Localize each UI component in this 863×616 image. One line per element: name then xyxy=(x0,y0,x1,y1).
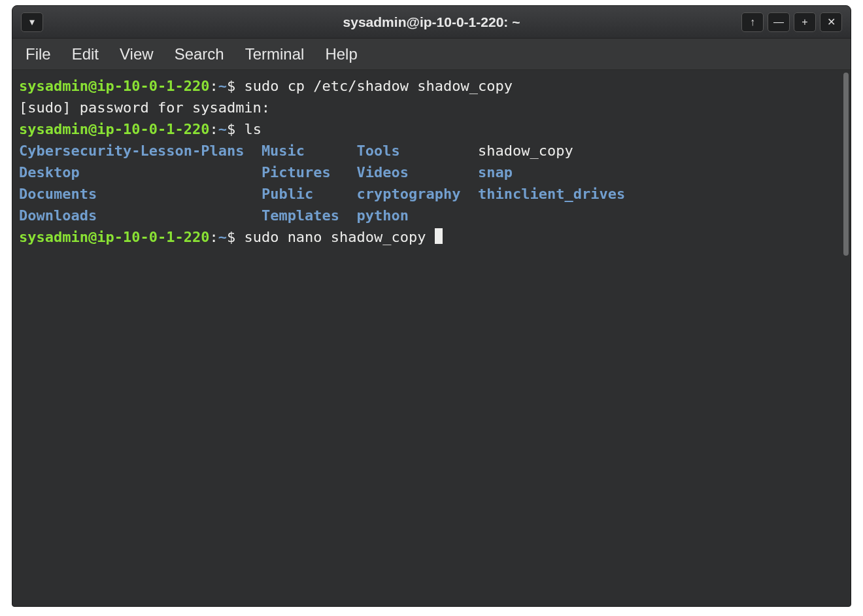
ls-entry: Music xyxy=(262,143,305,159)
titlebar-right-controls: ↑ — + ✕ xyxy=(739,12,844,32)
text-cursor xyxy=(435,228,443,244)
close-icon: ✕ xyxy=(827,16,836,28)
window-title: sysadmin@ip-10-0-1-220: ~ xyxy=(12,14,851,30)
maximize-button[interactable]: + xyxy=(794,12,816,32)
command-text: sudo cp /etc/shadow shadow_copy xyxy=(235,78,513,94)
ls-entry: python xyxy=(357,207,409,224)
ls-entry: Public xyxy=(262,186,313,202)
ls-entry: snap xyxy=(478,164,513,180)
ls-entry: Cybersecurity-Lesson-Plans xyxy=(19,143,244,159)
prompt-user-host: sysadmin@ip-10-0-1-220 xyxy=(19,78,209,94)
minimize-icon: — xyxy=(773,16,784,28)
ls-entry: Downloads xyxy=(19,207,97,224)
menu-search[interactable]: Search xyxy=(173,43,226,66)
prompt-symbol: $ xyxy=(227,78,235,94)
arrow-up-icon: ↑ xyxy=(750,16,755,28)
scrollbar[interactable] xyxy=(841,70,851,606)
ls-entry: Documents xyxy=(19,186,97,202)
command-text: sudo nano shadow_copy xyxy=(235,229,435,245)
prompt-path: ~ xyxy=(218,78,227,94)
ls-listing: Cybersecurity-Lesson-Plans Music Tools s… xyxy=(19,143,625,224)
ls-entry: Tools xyxy=(357,143,400,159)
ls-entry: Pictures xyxy=(262,164,331,180)
terminal-window: ▾ sysadmin@ip-10-0-1-220: ~ ↑ — + ✕ File… xyxy=(12,5,851,607)
sudo-password-prompt: [sudo] password for sysadmin: xyxy=(19,99,279,116)
scroll-up-button[interactable]: ↑ xyxy=(741,12,764,32)
terminal-output[interactable]: sysadmin@ip-10-0-1-220:~$ sudo cp /etc/s… xyxy=(12,70,841,606)
menu-view[interactable]: View xyxy=(118,43,155,66)
prompt-user-host: sysadmin@ip-10-0-1-220 xyxy=(19,229,209,245)
menu-edit[interactable]: Edit xyxy=(71,43,100,66)
scrollbar-thumb[interactable] xyxy=(843,73,849,256)
ls-entry: cryptography xyxy=(357,186,461,202)
terminal-body: sysadmin@ip-10-0-1-220:~$ sudo cp /etc/s… xyxy=(12,70,851,606)
prompt-path: ~ xyxy=(218,229,227,245)
ls-entry: Templates xyxy=(262,207,339,224)
prompt-colon: : xyxy=(209,78,218,94)
prompt-path: ~ xyxy=(218,121,227,137)
prompt-colon: : xyxy=(209,229,218,245)
close-button[interactable]: ✕ xyxy=(820,12,842,32)
menubar: File Edit View Search Terminal Help xyxy=(12,39,851,70)
chevron-down-icon: ▾ xyxy=(29,16,35,28)
prompt-symbol: $ xyxy=(227,121,235,137)
prompt-symbol: $ xyxy=(227,229,235,245)
menu-help[interactable]: Help xyxy=(324,43,358,66)
new-tab-dropdown-button[interactable]: ▾ xyxy=(21,12,43,32)
ls-entry: shadow_copy xyxy=(478,143,573,159)
maximize-icon: + xyxy=(802,16,807,28)
titlebar-left-controls: ▾ xyxy=(19,12,45,32)
minimize-button[interactable]: — xyxy=(768,12,790,32)
ls-entry: Videos xyxy=(357,164,409,180)
menu-terminal[interactable]: Terminal xyxy=(244,43,306,66)
ls-entry: thinclient_drives xyxy=(478,186,625,202)
menu-file[interactable]: File xyxy=(24,43,52,66)
ls-entry: Desktop xyxy=(19,164,80,180)
prompt-colon: : xyxy=(209,121,218,137)
titlebar: ▾ sysadmin@ip-10-0-1-220: ~ ↑ — + ✕ xyxy=(12,6,851,39)
command-text: ls xyxy=(235,121,262,137)
prompt-user-host: sysadmin@ip-10-0-1-220 xyxy=(19,121,209,137)
